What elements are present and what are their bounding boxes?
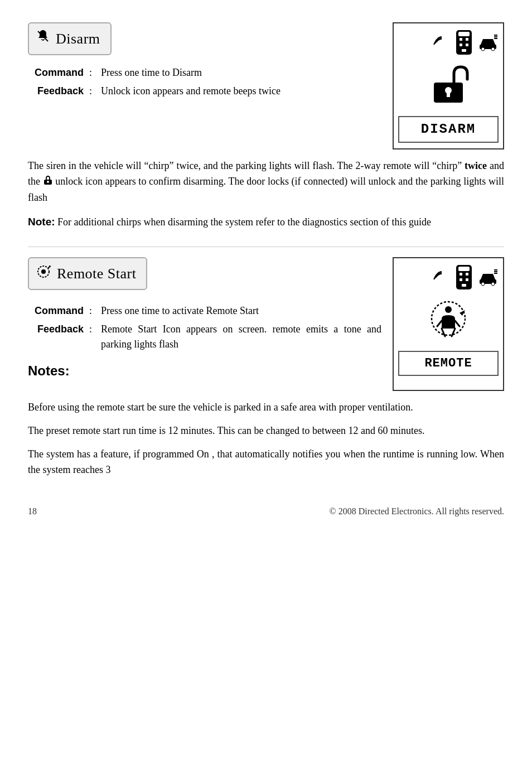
svg-rect-11: [494, 36, 497, 37]
remote-start-display-text: REMOTE: [424, 356, 472, 370]
svg-rect-2: [460, 38, 462, 41]
remote-start-para1: Before using the remote start be sure th…: [28, 400, 504, 416]
radio-waves-icon-2: [433, 268, 451, 286]
unlock-icon-area: [426, 61, 471, 106]
svg-rect-31: [494, 271, 497, 272]
disarm-feedback-value: Unlock icon appears and remote beeps twi…: [101, 84, 381, 99]
remote-start-icon-area: [426, 296, 471, 341]
disarm-display-panel: DISARM: [393, 22, 504, 149]
disarm-note: Note: For additional chirps when disarmi…: [28, 214, 504, 230]
disarm-section: Disarm Command : Press one time to Disar…: [28, 22, 504, 230]
svg-rect-23: [466, 273, 468, 276]
remote-start-command-label: Command: [28, 303, 84, 318]
svg-rect-5: [466, 44, 468, 46]
remote-start-cmd-table: Command : Press one time to activate Rem…: [28, 303, 381, 352]
remote-start-header: Remote Start: [28, 257, 147, 290]
svg-rect-32: [494, 273, 497, 274]
svg-rect-10: [494, 35, 497, 36]
svg-point-34: [445, 306, 452, 313]
remote-device-icon: [454, 29, 474, 56]
remote-start-panel-top-icons: [398, 264, 499, 291]
remote-start-person-icon: [426, 296, 471, 341]
remote-start-command-row: Command : Press one time to activate Rem…: [28, 303, 381, 318]
section-divider: [28, 247, 504, 247]
unlock-padlock-icon: [426, 61, 471, 106]
svg-point-29: [491, 282, 495, 286]
svg-rect-12: [494, 38, 497, 39]
disarm-command-value: Press one time to Disarm: [101, 65, 381, 80]
svg-point-17: [47, 181, 49, 183]
disarm-note-text: For additional chirps when disarming the…: [57, 216, 431, 228]
remote-start-para3: The system has a feature, if programmed …: [28, 447, 504, 478]
remote-start-para2: The preset remote start run time is 12 m…: [28, 423, 504, 439]
page-number: 18: [28, 505, 37, 518]
svg-rect-6: [462, 49, 466, 52]
disarm-command-label: Command: [28, 65, 84, 80]
svg-point-28: [481, 282, 485, 286]
disarm-command-row: Command : Press one time to Disarm: [28, 65, 381, 80]
inline-lock-icon: [43, 175, 53, 190]
remote-start-feedback-value: Remote Start Icon appears on screen. rem…: [101, 322, 381, 352]
disarm-description: The siren in the vehicle will “chirp” tw…: [28, 158, 504, 206]
bold-twice: twice: [465, 160, 487, 171]
svg-rect-3: [466, 38, 468, 41]
page-footer: 18 © 2008 Directed Electronics. All righ…: [28, 500, 504, 518]
remote-start-notes-label: Notes:: [28, 361, 381, 381]
disarm-feedback-row: Feedback : Unlock icon appears and remot…: [28, 84, 381, 99]
disarm-display-text: DISARM: [421, 122, 476, 137]
remote-start-feedback-label: Feedback: [28, 322, 84, 337]
svg-rect-4: [460, 44, 462, 46]
svg-rect-21: [458, 267, 470, 271]
svg-rect-30: [494, 269, 497, 271]
svg-rect-24: [460, 278, 462, 281]
remote-start-title: Remote Start: [57, 263, 136, 284]
remote-start-section: Remote Start Command : Press one time to…: [28, 257, 504, 478]
disarm-icon: [36, 29, 50, 49]
car-icon: [477, 33, 499, 51]
copyright-text: © 2008 Directed Electronics. All rights …: [330, 505, 504, 518]
disarm-header: Disarm: [28, 22, 112, 55]
svg-point-8: [481, 47, 485, 51]
disarm-title: Disarm: [56, 28, 100, 50]
remote-device-icon-2: [454, 264, 474, 291]
remote-start-icon: [36, 264, 51, 284]
svg-point-9: [491, 47, 495, 51]
disarm-note-label: Note:: [28, 216, 55, 228]
disarm-feedback-label: Feedback: [28, 84, 84, 99]
remote-start-command-value: Press one time to activate Remote Start: [101, 303, 381, 318]
svg-point-19: [41, 269, 46, 274]
disarm-lcd-display: DISARM: [398, 116, 499, 143]
remote-start-display-panel: REMOTE: [393, 257, 504, 391]
remote-start-header-icon: [36, 264, 51, 279]
svg-rect-26: [462, 284, 466, 287]
disarm-cmd-table: Command : Press one time to Disarm Feedb…: [28, 65, 381, 99]
disarm-panel-top-icons: [398, 29, 499, 56]
svg-rect-22: [460, 273, 462, 276]
svg-rect-15: [447, 91, 450, 97]
svg-rect-25: [466, 278, 468, 281]
car-icon-2: [477, 268, 499, 286]
remote-start-feedback-row: Feedback : Remote Start Icon appears on …: [28, 322, 381, 352]
radio-waves-icon: [433, 33, 451, 51]
svg-rect-1: [458, 32, 470, 36]
remote-start-lcd-display: REMOTE: [398, 351, 499, 376]
